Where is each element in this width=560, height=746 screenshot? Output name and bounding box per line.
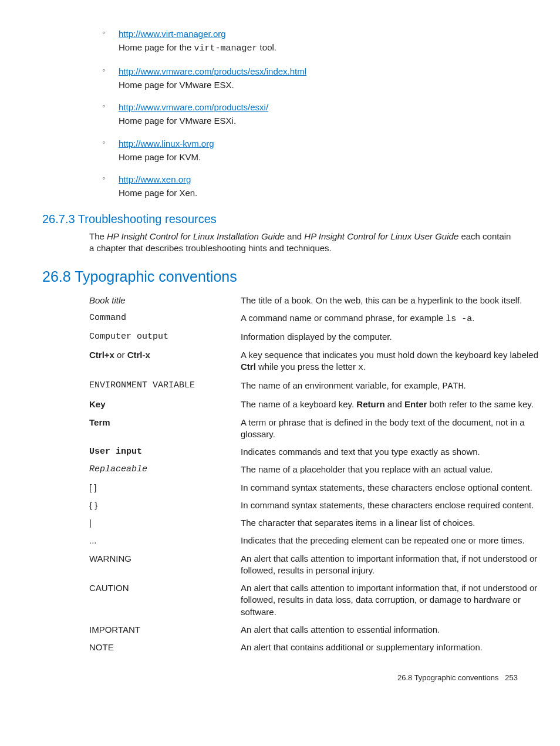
term-command: Command — [89, 309, 241, 328]
def-caution: An alert that calls attention to importa… — [241, 579, 559, 621]
table-row: Ctrl+x or Ctrl-x A key sequence that ind… — [89, 346, 559, 377]
list-item: http://www.vmware.com/products/esxi/ Hom… — [119, 102, 518, 127]
term-ctrl: Ctrl+x or Ctrl-x — [89, 346, 241, 377]
def-ellipsis: Indicates that the preceding element can… — [241, 532, 559, 549]
table-row: Computer output Information displayed by… — [89, 328, 559, 346]
link-linux-kvm[interactable]: http://www.linux-kvm.org — [119, 139, 214, 148]
link-virt-manager[interactable]: http://www.virt-manager.org — [119, 29, 226, 39]
def-env-var: The name of an environment variable, for… — [241, 377, 559, 396]
link-vmware-esx[interactable]: http://www.vmware.com/products/esx/index… — [119, 66, 306, 76]
def-warning: An alert that calls attention to importa… — [241, 550, 559, 580]
table-row: IMPORTANT An alert that calls attention … — [89, 621, 559, 639]
def-ctrl: A key sequence that indicates you must h… — [241, 346, 559, 377]
link-vmware-esxi[interactable]: http://www.vmware.com/products/esxi/ — [119, 102, 268, 112]
term-env-var: ENVIRONMENT VARIABLE — [89, 377, 241, 396]
table-row: { } In command syntax statements, these … — [89, 497, 559, 514]
def-pipe: The character that separates items in a … — [241, 514, 559, 532]
troubleshooting-paragraph: The HP Insight Control for Linux Install… — [89, 231, 518, 255]
table-row: Key The name of a keyboard key. Return a… — [89, 396, 559, 413]
term-warning: WARNING — [89, 550, 241, 580]
footer-page-number: 253 — [505, 673, 518, 682]
link-desc: Home page for Xen. — [119, 187, 518, 199]
table-row: User input Indicates commands and text t… — [89, 443, 559, 461]
list-item: http://www.linux-kvm.org Home page for K… — [119, 138, 518, 164]
term-square-brackets: [ ] — [89, 479, 241, 497]
table-row: [ ] In command syntax statements, these … — [89, 479, 559, 497]
link-desc: Home page for VMware ESX. — [119, 79, 518, 91]
term-curly-braces: { } — [89, 497, 241, 514]
term-book-title: Book title — [89, 292, 241, 309]
term-important: IMPORTANT — [89, 621, 241, 639]
def-command: A command name or command phrase, for ex… — [241, 309, 559, 328]
term-term: Term — [89, 414, 241, 444]
def-replaceable: The name of a placeholder that you repla… — [241, 461, 559, 478]
heading-troubleshooting: 26.7.3 Troubleshooting resources — [42, 211, 518, 227]
def-book-title: The title of a book. On the web, this ca… — [241, 292, 559, 309]
page-footer: 26.8 Typographic conventions 253 — [42, 673, 518, 683]
list-item: http://www.vmware.com/products/esx/index… — [119, 66, 518, 92]
def-user-input: Indicates commands and text that you typ… — [241, 443, 559, 461]
table-row: Replaceable The name of a placeholder th… — [89, 461, 559, 478]
term-replaceable: Replaceable — [89, 461, 241, 478]
term-ellipsis: ... — [89, 532, 241, 549]
table-row: | The character that separates items in … — [89, 514, 559, 532]
list-item: http://www.virt-manager.org Home page fo… — [119, 28, 518, 55]
table-row: CAUTION An alert that calls attention to… — [89, 579, 559, 621]
def-note: An alert that contains additional or sup… — [241, 639, 559, 656]
table-row: ENVIRONMENT VARIABLE The name of an envi… — [89, 377, 559, 396]
def-curly-braces: In command syntax statements, these char… — [241, 497, 559, 514]
term-user-input: User input — [89, 443, 241, 461]
def-important: An alert that calls attention to essenti… — [241, 621, 559, 639]
footer-section: 26.8 Typographic conventions — [397, 673, 499, 682]
table-row: Book title The title of a book. On the w… — [89, 292, 559, 309]
table-row: Term A term or phrase that is defined in… — [89, 414, 559, 444]
table-row: Command A command name or command phrase… — [89, 309, 559, 328]
def-key: The name of a keyboard key. Return and E… — [241, 396, 559, 413]
heading-typographic: 26.8 Typographic conventions — [42, 267, 518, 287]
term-note: NOTE — [89, 639, 241, 656]
def-square-brackets: In command syntax statements, these char… — [241, 479, 559, 497]
term-caution: CAUTION — [89, 579, 241, 621]
link-desc: Home page for VMware ESXi. — [119, 115, 518, 127]
table-row: ... Indicates that the preceding element… — [89, 532, 559, 549]
link-desc: Home page for KVM. — [119, 151, 518, 163]
link-desc: Home page for the virt-manager tool. — [119, 42, 518, 55]
table-row: WARNING An alert that calls attention to… — [89, 550, 559, 580]
link-xen[interactable]: http://www.xen.org — [119, 174, 191, 184]
term-computer-output: Computer output — [89, 328, 241, 346]
term-key: Key — [89, 396, 241, 413]
conventions-table: Book title The title of a book. On the w… — [89, 292, 559, 657]
table-row: NOTE An alert that contains additional o… — [89, 639, 559, 656]
def-term: A term or phrase that is defined in the … — [241, 414, 559, 444]
def-computer-output: Information displayed by the computer. — [241, 328, 559, 346]
list-item: http://www.xen.org Home page for Xen. — [119, 174, 518, 200]
term-pipe: | — [89, 514, 241, 532]
links-list: http://www.virt-manager.org Home page fo… — [42, 28, 518, 200]
